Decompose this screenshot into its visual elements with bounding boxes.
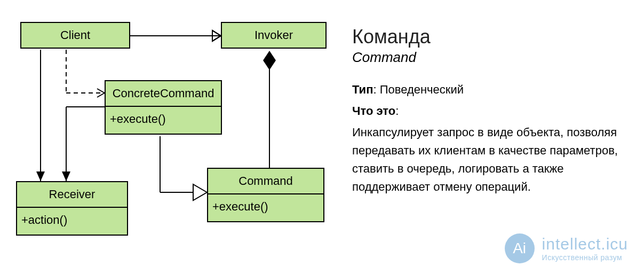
pattern-body: Инкапсулирует запрос в виде объекта, поз… — [352, 123, 630, 196]
uml-class-title: ConcreteCommand — [106, 81, 221, 107]
uml-class-title: Command — [208, 169, 323, 194]
uml-class-invoker: Invoker — [221, 22, 327, 49]
uml-class-title: Invoker — [222, 23, 325, 48]
uml-class-client: Client — [20, 22, 130, 49]
watermark: Ai intellect.icu Искусственный разум — [505, 233, 628, 263]
uml-class-method: +execute() — [106, 107, 221, 134]
uml-diagram-canvas: Client Invoker ConcreteCommand +execute(… — [0, 0, 644, 273]
svg-marker-1 — [212, 30, 221, 41]
svg-marker-18 — [263, 51, 276, 70]
watermark-line2: Искусственный разум — [542, 253, 628, 262]
watermark-text: intellect.icu Искусственный разум — [542, 235, 628, 262]
uml-class-method: +action() — [17, 208, 127, 235]
uml-class-command: Command +execute() — [207, 168, 324, 222]
pattern-title: Команда — [352, 26, 630, 48]
uml-class-title: Client — [21, 23, 129, 48]
svg-line-9 — [97, 93, 105, 97]
pattern-type-line: Тип: Поведенческий — [352, 81, 630, 99]
uml-class-receiver: Receiver +action() — [16, 181, 128, 236]
svg-marker-11 — [62, 171, 70, 181]
uml-class-method: +execute() — [208, 194, 323, 221]
description-panel: Команда Command Тип: Поведенческий Что э… — [352, 26, 630, 200]
svg-marker-16 — [193, 184, 207, 200]
watermark-badge: Ai — [505, 233, 535, 263]
uml-class-concrete-command: ConcreteCommand +execute() — [105, 80, 222, 135]
pattern-subtitle: Command — [352, 49, 630, 66]
uml-class-title: Receiver — [17, 182, 127, 208]
svg-marker-5 — [36, 171, 45, 181]
pattern-what-line: Что это: — [352, 102, 630, 120]
what-label: Что это — [352, 104, 395, 118]
type-label: Тип — [352, 83, 373, 96]
what-colon: : — [395, 104, 399, 118]
svg-line-3 — [212, 36, 221, 41]
svg-line-8 — [97, 89, 105, 93]
svg-line-2 — [212, 30, 221, 36]
watermark-line1: intellect.icu — [542, 235, 628, 253]
type-value: : Поведенческий — [373, 83, 464, 96]
